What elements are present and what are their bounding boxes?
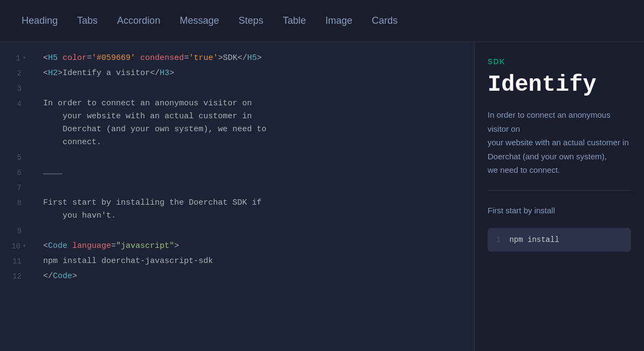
code-line-7: 7: [0, 180, 474, 195]
line-content-12: </Code>: [30, 270, 474, 283]
preview-text-2: First start by install: [488, 204, 631, 218]
code-line-11: 11 npm install doerchat-javascript-sdk: [0, 254, 474, 269]
line-content-1: <H5 color='#059669' condensed='true'>SDK…: [30, 52, 474, 65]
top-nav: Heading Tabs Accordion Message Steps Tab…: [0, 0, 644, 42]
code-block-text: npm install: [509, 235, 559, 244]
line-content-10: <Code language="javascript">: [30, 240, 474, 253]
line-content-8: First start by installing the Doerchat S…: [30, 197, 474, 222]
code-line-12: 12 </Code>: [0, 269, 474, 284]
preview-panel: SDK Identify In order to connect an anon…: [475, 42, 644, 351]
nav-item-accordion[interactable]: Accordion: [117, 12, 160, 30]
line-number-4: 4: [0, 97, 30, 110]
preview-text-1: In order to connect an anonymous visitor…: [488, 108, 631, 177]
line-content-6: [30, 166, 474, 179]
main-content: 1 ▾ <H5 color='#059669' condensed='true'…: [0, 42, 644, 351]
nav-item-tabs[interactable]: Tabs: [77, 12, 98, 30]
line-number-12: 12: [0, 270, 30, 282]
code-line-8: 8 First start by installing the Doerchat…: [0, 195, 474, 224]
code-line-1: 1 ▾ <H5 color='#059669' condensed='true'…: [0, 51, 474, 66]
nav-item-message[interactable]: Message: [180, 12, 219, 30]
nav-item-steps[interactable]: Steps: [238, 12, 263, 30]
code-line-4: 4 In order to connect an anonymous visit…: [0, 96, 474, 150]
line-number-2: 2: [0, 67, 30, 79]
nav-item-cards[interactable]: Cards: [372, 12, 398, 30]
code-line-3: 3: [0, 81, 474, 96]
nav-item-heading[interactable]: Heading: [22, 12, 58, 30]
line-content-4: In order to connect an anonymous visitor…: [30, 97, 474, 149]
line-number-1: 1 ▾: [0, 52, 30, 64]
line-number-7: 7: [0, 181, 30, 194]
code-line-10: 10 ▾ <Code language="javascript">: [0, 239, 474, 254]
line-number-5: 5: [0, 151, 30, 164]
code-line-9: 9: [0, 224, 474, 239]
line-num-text: 1: [16, 52, 20, 64]
nav-item-table[interactable]: Table: [283, 12, 306, 30]
code-line-2: 2 <H2>Identify a visitor</H3>: [0, 66, 474, 81]
line-number-11: 11: [0, 255, 30, 267]
line-content-2: <H2>Identify a visitor</H3>: [30, 67, 474, 80]
collapse-arrow-icon[interactable]: ▾: [23, 54, 26, 63]
line-number-6: 6: [0, 166, 30, 179]
line-number-3: 3: [0, 82, 30, 94]
line-num-text-10: 10: [11, 240, 20, 252]
code-line-6: 6: [0, 165, 474, 180]
preview-sdk-label: SDK: [488, 57, 631, 66]
line-number-10: 10 ▾: [0, 240, 30, 252]
code-panel: 1 ▾ <H5 color='#059669' condensed='true'…: [0, 42, 475, 351]
preview-heading: Identify: [488, 72, 631, 97]
nav-item-image[interactable]: Image: [325, 12, 352, 30]
code-line-5: 5: [0, 150, 474, 165]
collapse-arrow-icon-10[interactable]: ▾: [23, 242, 26, 251]
line-number-9: 9: [0, 225, 30, 237]
code-block-preview: 1 npm install: [488, 228, 631, 252]
line-content-11: npm install doerchat-javascript-sdk: [30, 255, 474, 268]
code-block-line-num: 1: [496, 235, 501, 244]
line-number-8: 8: [0, 197, 30, 209]
preview-divider: [488, 190, 631, 191]
